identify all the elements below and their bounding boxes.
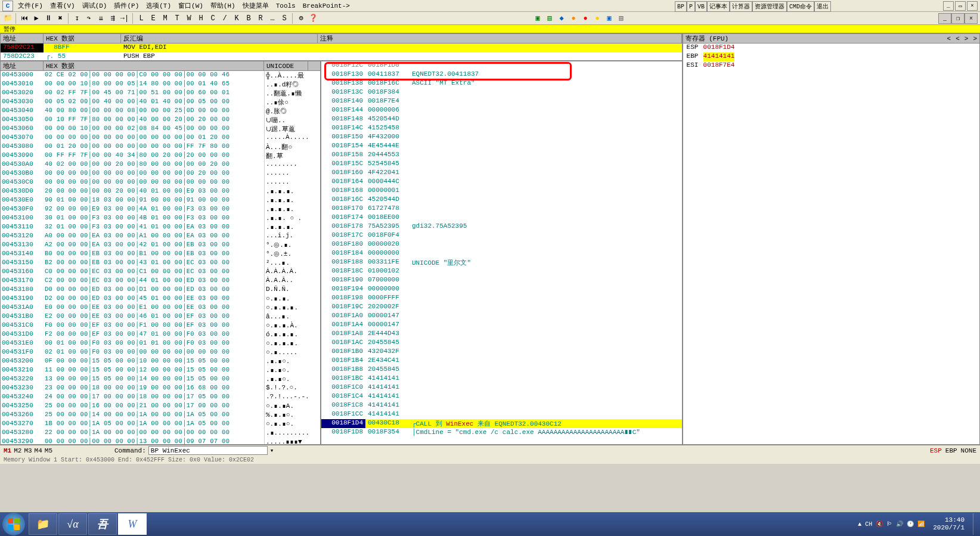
hex-row[interactable]: 004530B000 00 00 00│00 00 00 00│00 00 00… xyxy=(1,169,320,178)
b-icon[interactable]: B xyxy=(243,13,254,24)
hex-row[interactable]: 0045324024 00 00 00│17 00 00 00│18 00 00… xyxy=(1,393,320,402)
stack-row[interactable]: 0018F1400018F7E4 xyxy=(321,97,682,106)
w-icon[interactable]: W xyxy=(184,13,194,24)
calc-btn[interactable]: 计算器 xyxy=(730,1,752,12)
taskbar-word[interactable]: W xyxy=(118,513,147,535)
reg-nav-left2[interactable]: < xyxy=(956,35,960,42)
inner-min-button[interactable]: _ xyxy=(938,13,951,24)
trace-into-icon[interactable]: ⇊ xyxy=(95,13,106,24)
command-dropdown-icon[interactable]: ▾ xyxy=(270,447,274,454)
hex-row[interactable]: 004531D0F2 00 00 00│EF 03 00 00│47 01 00… xyxy=(1,330,320,339)
m4-btn[interactable]: M4 xyxy=(35,447,42,454)
stack-row[interactable]: 0018F18000000020 xyxy=(321,240,682,249)
hex-row[interactable]: 004531B0E2 00 00 00│EE 03 00 00│46 01 00… xyxy=(1,312,320,321)
hex-header-uni[interactable]: UNICODE xyxy=(264,61,308,70)
disasm-row[interactable]: 758D2C21 8BFFMOV EDI,EDI xyxy=(1,44,682,52)
disasm-header-comment[interactable]: 注释 xyxy=(318,34,682,43)
stack-row[interactable]: 0018F18C01000102 xyxy=(321,267,682,276)
hex-row[interactable]: 004530A040 02 00 00│00 00 20 00│80 00 00… xyxy=(1,160,320,169)
tray-icons[interactable]: ▲ CH 🔇 🏳 🔊 🕐 📶 xyxy=(858,520,925,528)
stack-row[interactable]: 0018F13C0018F384 xyxy=(321,88,682,97)
clock[interactable]: 13:40 2020/7/1 xyxy=(928,516,969,532)
inner-restore-button[interactable]: ❐ xyxy=(951,13,965,24)
stack-row[interactable]: 0018F17875A52395gdi32.75A52395 xyxy=(321,222,682,231)
hex-row[interactable]: 004531C0F0 00 00 00│EF 03 00 00│F1 00 00… xyxy=(1,321,320,330)
reg-nav-right[interactable]: > xyxy=(965,35,969,42)
stack-row[interactable]: 0018F15820444553 xyxy=(321,151,682,160)
l-icon[interactable]: L xyxy=(136,13,147,24)
taskbar-mathtype[interactable]: √α xyxy=(58,513,87,535)
stack-row[interactable]: 0018F1C041414141 xyxy=(321,383,682,392)
stack-row[interactable]: 0018F1A000000147 xyxy=(321,312,682,321)
step-over-icon[interactable]: ↷ xyxy=(83,13,94,24)
hex-row[interactable]: 004532701B 00 00 00│1A 05 00 00│1A 00 00… xyxy=(1,420,320,429)
stack-row[interactable]: 0018F12C 0018F1D0 xyxy=(321,61,682,70)
explorer-btn[interactable]: 资源管理器 xyxy=(752,1,787,12)
bp-btn[interactable]: BP xyxy=(675,1,687,12)
menu-tools[interactable]: Tools xyxy=(272,1,299,11)
hex-row[interactable]: 0045326025 00 00 00│14 00 00 00│1A 00 00… xyxy=(1,411,320,420)
disasm-header-hex[interactable]: HEX 数据 xyxy=(44,34,121,43)
esp-indicator[interactable]: ESP xyxy=(930,447,942,454)
stack-row[interactable]: 0018F1B820455845 xyxy=(321,365,682,374)
menu-breakpoint[interactable]: BreakPoint-> xyxy=(299,1,353,11)
h-icon[interactable]: H xyxy=(196,13,206,24)
register-row[interactable]: EBP41414141 xyxy=(683,52,979,61)
disasm-row[interactable]: 758D2C23┌. 55PUSH EBP xyxy=(1,52,682,61)
show-desktop[interactable] xyxy=(973,513,978,535)
stack-row[interactable]: 0018F14400000006 xyxy=(321,106,682,115)
menu-options[interactable]: 选项(T) xyxy=(142,0,175,11)
hex-row[interactable]: 0045323023 00 00 00│18 00 00 00│19 00 00… xyxy=(1,384,320,393)
menu-quick[interactable]: 快捷菜单 xyxy=(239,0,272,11)
reg-nav-right2[interactable]: > xyxy=(973,35,977,42)
disasm-header-addr[interactable]: 地址 xyxy=(1,34,44,43)
hex-row[interactable]: 00453160C0 00 00 00│EC 03 00 00│C1 00 00… xyxy=(1,268,320,277)
stack-row[interactable]: 0018F19007000000 xyxy=(321,276,682,285)
hex-row[interactable]: 0045322013 00 00 00│15 05 00 00│14 00 00… xyxy=(1,375,320,384)
stack-row[interactable]: 0018F18400000000 xyxy=(321,249,682,258)
cmd-btn[interactable]: CMD命令 xyxy=(787,1,814,12)
p-btn[interactable]: P xyxy=(687,1,695,12)
stack-row[interactable]: 0018F1CC41414141 xyxy=(321,410,682,419)
m2-btn[interactable]: M2 xyxy=(14,447,21,454)
orange1-icon[interactable]: ● xyxy=(568,13,579,24)
register-row[interactable]: ESI0018F7E4 xyxy=(683,61,979,70)
hex-row[interactable]: 004530C000 00 00 00│00 00 00 00│00 00 00… xyxy=(1,178,320,187)
notepad-btn[interactable]: 记事本 xyxy=(707,1,730,12)
none-indicator[interactable]: NONE xyxy=(961,447,976,454)
s-icon[interactable]: S xyxy=(279,13,290,24)
minimize-button[interactable]: _ xyxy=(943,1,954,11)
hex-row[interactable]: 004531F002 01 00 00│F0 03 00 00│00 00 00… xyxy=(1,348,320,357)
reg-nav-left[interactable]: < xyxy=(947,35,951,42)
stack-row[interactable]: 0018F1504F432000 xyxy=(321,133,682,142)
list-icon[interactable]: ▤ xyxy=(616,13,627,24)
taskbar-debugger[interactable]: 吾 xyxy=(88,513,117,535)
hex-header-bytes[interactable]: HEX 数据 xyxy=(44,61,264,70)
stack-row[interactable]: 0018F1A400000147 xyxy=(321,321,682,330)
menu-debug[interactable]: 调试(D) xyxy=(79,0,111,11)
hex-row[interactable]: 004530F092 00 00 00│E9 03 00 00│4A 01 00… xyxy=(1,205,320,214)
slash-icon[interactable]: / xyxy=(219,13,230,24)
stack-row[interactable]: 0018F1C841414141 xyxy=(321,401,682,410)
red1-icon[interactable]: ● xyxy=(580,13,591,24)
green1-icon[interactable]: ▣ xyxy=(532,13,543,24)
stack-row[interactable]: 0018F1D8 0018F354 │CmdLine = "cmd.exe /c… xyxy=(321,428,682,437)
hex-row[interactable]: 00453140B0 00 00 00│EB 03 00 00│B1 00 00… xyxy=(1,250,320,259)
hex-row[interactable]: 00453150B2 00 00 00│EB 03 00 00│43 01 00… xyxy=(1,259,320,268)
trace-over-icon[interactable]: ⇶ xyxy=(107,13,118,24)
stack-row[interactable]: 0018F19400000000 xyxy=(321,285,682,294)
hex-row[interactable]: 0045308000 01 20 00│00 00 00 00│00 00 00… xyxy=(1,142,320,151)
settings-icon[interactable]: ⚙ xyxy=(296,13,306,24)
pause-icon[interactable]: ⏸ xyxy=(43,13,54,24)
stack-row[interactable]: 0018F1BC41414141 xyxy=(321,374,682,383)
hex-row[interactable]: 0045306000 00 00 10│00 00 00 02│08 84 00… xyxy=(1,125,320,134)
hex-row[interactable]: 0045307000 00 00 00│00 00 00 00│00 00 00… xyxy=(1,134,320,142)
stop-icon[interactable]: ✖ xyxy=(55,13,66,24)
hex-row[interactable]: 00453190D2 00 00 00│ED 03 00 00│45 01 00… xyxy=(1,295,320,303)
taskbar-explorer[interactable]: 📁 xyxy=(29,513,57,535)
ellipsis-icon[interactable]: … xyxy=(267,13,278,24)
inner-close-button[interactable]: × xyxy=(965,13,978,24)
blue2-icon[interactable]: ▣ xyxy=(604,13,615,24)
m1-btn[interactable]: M1 xyxy=(4,447,11,454)
menu-window[interactable]: 窗口(W) xyxy=(175,0,207,11)
